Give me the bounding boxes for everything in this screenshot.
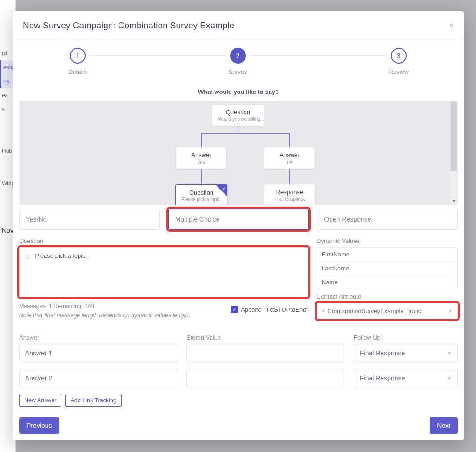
step-label: Review bbox=[389, 68, 409, 75]
node-title: Response bbox=[270, 189, 309, 196]
step-connector bbox=[250, 55, 386, 56]
node-subtitle: yes bbox=[182, 159, 221, 164]
answer-label: Answer bbox=[19, 334, 177, 341]
node-title: Question bbox=[218, 109, 258, 116]
chevron-down-icon[interactable]: ▾ bbox=[451, 197, 457, 204]
wizard-steps: 1 Details 2 Survey 3 Review bbox=[13, 39, 464, 78]
append-stop-checkbox[interactable]: ✓ Append "TxtSTOPtoEnd" bbox=[231, 306, 308, 313]
tree-node-answer-no[interactable]: Answer no bbox=[264, 147, 315, 169]
followup-select-1[interactable]: Final Response ▼ bbox=[354, 344, 458, 362]
close-icon[interactable]: × bbox=[449, 21, 454, 31]
tab-yes-no[interactable]: Yes/No bbox=[19, 209, 160, 230]
answer-actions: New Answer Add Link Tracking bbox=[13, 394, 464, 407]
survey-prompt: What would you like to say? bbox=[13, 88, 464, 95]
step-circle: 2 bbox=[230, 48, 246, 64]
question-textarea[interactable]: ☺ Please pick a topic. bbox=[19, 247, 308, 297]
stored-value-input-1[interactable] bbox=[186, 344, 344, 362]
node-title: Answer bbox=[182, 151, 221, 158]
new-answer-button[interactable]: New Answer bbox=[19, 394, 61, 407]
tree-node-answer-yes[interactable]: Answer yes bbox=[176, 147, 226, 169]
step-label: Survey bbox=[228, 68, 247, 75]
step-circle: 1 bbox=[70, 48, 86, 64]
question-text[interactable]: Please pick a topic. bbox=[35, 252, 87, 259]
messages-counter: Messages: 1 Remaining: 140 bbox=[19, 303, 190, 309]
answer-input-1[interactable] bbox=[19, 344, 177, 362]
dynamic-value-name[interactable]: Name bbox=[317, 275, 457, 289]
dynamic-values-list: FirstName LastName Name bbox=[317, 247, 458, 289]
node-subtitle: no bbox=[270, 159, 309, 164]
messages-note: Note that final message length depends o… bbox=[19, 312, 190, 319]
dynamic-value-lastname[interactable]: LastName bbox=[317, 262, 457, 275]
question-type-tabs: Yes/No Multiple Choice Open Response bbox=[13, 205, 464, 230]
survey-tree-canvas[interactable]: Question Would you be willing... Answer … bbox=[19, 101, 458, 205]
contact-attribute-value: CombinationSurveyExample_Topic bbox=[328, 308, 422, 314]
checkbox-checked-icon: ✓ bbox=[231, 306, 238, 313]
clear-icon[interactable]: × bbox=[322, 308, 325, 314]
stored-value-input-2[interactable] bbox=[186, 369, 344, 387]
followup-select-2[interactable]: Final Response ▼ bbox=[354, 369, 458, 387]
node-subtitle: Final Response bbox=[270, 197, 309, 202]
next-button[interactable]: Next bbox=[430, 417, 458, 434]
chevron-down-icon: ▼ bbox=[448, 308, 453, 314]
tree-node-response-final[interactable]: Response Final Response bbox=[264, 184, 315, 205]
add-link-tracking-button[interactable]: Add Link Tracking bbox=[65, 394, 121, 407]
node-subtitle: Please pick a topic. bbox=[181, 197, 221, 202]
answer-input-2[interactable] bbox=[19, 369, 177, 387]
check-icon: ✓ bbox=[222, 185, 226, 191]
tree-scrollbar-thumb[interactable] bbox=[451, 102, 457, 171]
followup-value: Final Response bbox=[360, 349, 405, 357]
step-review[interactable]: 3 Review bbox=[389, 48, 409, 75]
question-label: Question bbox=[19, 237, 308, 244]
modal-title: New Survey Campaign: Combination Survey … bbox=[23, 20, 234, 31]
step-survey[interactable]: 2 Survey bbox=[228, 48, 247, 75]
tab-multiple-choice[interactable]: Multiple Choice bbox=[168, 209, 309, 230]
stored-value-label: Stored Value bbox=[186, 334, 344, 341]
modal-header: New Survey Campaign: Combination Survey … bbox=[13, 11, 464, 39]
dynamic-values-label: Dynamic Values bbox=[317, 237, 458, 244]
tree-node-question-root[interactable]: Question Would you be willing... bbox=[212, 105, 264, 126]
tab-open-response[interactable]: Open Response bbox=[317, 209, 458, 230]
node-title: Answer bbox=[270, 151, 309, 158]
contact-attribute-select[interactable]: ×CombinationSurveyExample_Topic ▼ bbox=[317, 303, 458, 319]
survey-modal: New Survey Campaign: Combination Survey … bbox=[13, 11, 464, 440]
step-label: Details bbox=[68, 68, 87, 75]
tree-node-question-topic[interactable]: ✓ Question Please pick a topic. bbox=[175, 184, 227, 205]
chevron-down-icon: ▼ bbox=[447, 350, 452, 356]
followup-label: Follow Up bbox=[354, 334, 458, 341]
node-subtitle: Would you be willing... bbox=[218, 117, 258, 122]
step-connector bbox=[90, 55, 226, 56]
append-stop-label: Append "TxtSTOPtoEnd" bbox=[241, 306, 308, 313]
step-details[interactable]: 1 Details bbox=[68, 48, 87, 75]
chevron-down-icon: ▼ bbox=[447, 375, 452, 381]
contact-attribute-label: Contact Attribute bbox=[317, 293, 458, 300]
emoji-icon[interactable]: ☺ bbox=[24, 252, 31, 260]
modal-footer: Previous Next bbox=[13, 411, 464, 440]
step-circle: 3 bbox=[391, 48, 407, 64]
question-section: Question ☺ Please pick a topic. Messages… bbox=[13, 230, 464, 319]
dynamic-value-firstname[interactable]: FirstName bbox=[317, 248, 457, 262]
followup-value: Final Response bbox=[360, 374, 405, 382]
previous-button[interactable]: Previous bbox=[19, 417, 59, 434]
answers-section: Answer Stored Value Follow Up Final Resp… bbox=[13, 326, 464, 394]
